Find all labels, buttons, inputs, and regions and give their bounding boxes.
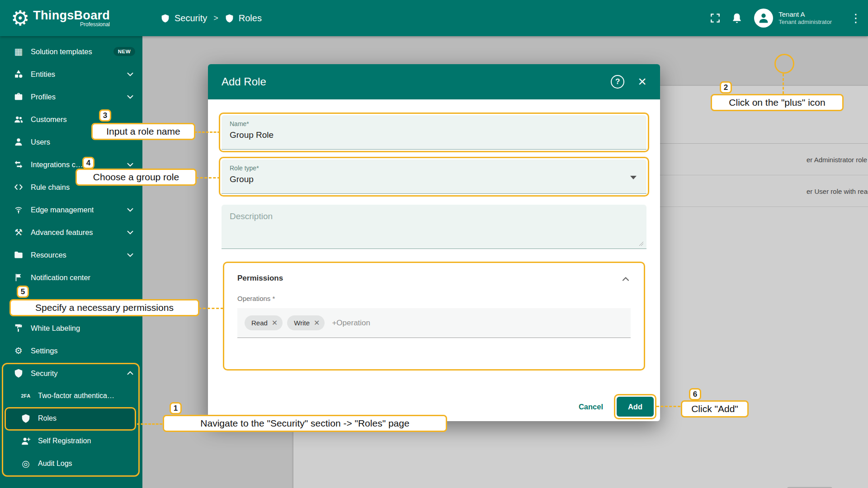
- user-name: Tenant A: [778, 10, 832, 19]
- new-badge: NEW: [113, 47, 135, 56]
- breadcrumb-security[interactable]: Security: [160, 13, 207, 23]
- step-5-badge: 5: [17, 286, 29, 298]
- annotation-connector: [783, 74, 784, 94]
- role-type-label: Role type*: [230, 164, 638, 172]
- chevron-down-icon: [125, 250, 135, 260]
- sidebar-item-entities[interactable]: Entities: [0, 63, 142, 85]
- close-icon[interactable]: ×: [638, 76, 646, 88]
- code-brackets-icon: [14, 182, 24, 192]
- gear-icon: ⚙: [14, 346, 24, 356]
- sidebar-item-edge-management[interactable]: Edge management: [0, 198, 142, 221]
- sidebar-item-audit-logs[interactable]: ◎ Audit Logs: [0, 452, 142, 475]
- cancel-button[interactable]: Cancel: [579, 403, 603, 411]
- annotation-step-4: Choose a group role: [75, 169, 197, 186]
- logo-gear-icon: ⚙: [11, 8, 29, 28]
- operation-input-placeholder[interactable]: +Operation: [332, 319, 370, 328]
- add-button[interactable]: Add: [617, 397, 654, 417]
- description-placeholder: Description: [230, 211, 638, 221]
- person-add-icon: [21, 436, 31, 446]
- shield-icon: [160, 14, 170, 23]
- wifi-icon: [14, 205, 24, 215]
- operation-chip: Read ✕: [245, 315, 283, 330]
- category-icon: [14, 69, 24, 79]
- sidebar-item-white-labeling[interactable]: White Labeling: [0, 317, 142, 339]
- brand-subtitle: Professional: [80, 21, 110, 28]
- shield-icon: [21, 413, 31, 423]
- 2fa-icon: 2FA: [21, 391, 31, 401]
- annotation-step-5: Specify a necessary permissions: [9, 299, 199, 316]
- name-label: Name*: [230, 120, 638, 127]
- annotation-connector: [656, 406, 680, 407]
- resize-handle-icon[interactable]: [638, 241, 644, 246]
- description-field[interactable]: Description: [222, 205, 646, 249]
- people-icon: [14, 114, 24, 124]
- fullscreen-icon: [709, 12, 721, 24]
- step-4-badge: 4: [82, 157, 94, 169]
- name-field[interactable]: Name* Group Role: [222, 115, 646, 150]
- folder-icon: [14, 250, 24, 260]
- remove-chip-icon[interactable]: ✕: [314, 319, 320, 327]
- sidebar-item-self-registration[interactable]: Self Registration: [0, 430, 142, 452]
- notifications-button[interactable]: [726, 7, 748, 29]
- name-value: Group Role: [230, 130, 638, 140]
- app-header: ⚙ ThingsBoard Professional Security > Ro…: [0, 0, 868, 36]
- user-avatar[interactable]: [754, 9, 773, 28]
- bell-icon: [731, 12, 743, 24]
- sidebar-item-profiles[interactable]: Profiles: [0, 85, 142, 108]
- sidebar-item-roles[interactable]: Roles: [4, 407, 136, 430]
- chevron-up-icon: [125, 368, 135, 378]
- paint-icon: [14, 323, 24, 333]
- role-type-value: Group: [230, 174, 638, 184]
- chevron-down-icon: [125, 205, 135, 215]
- chevron-down-icon: [125, 92, 135, 102]
- sidebar: ▦ Solution templates NEW Entities Profil…: [0, 36, 142, 488]
- briefcase-icon: [14, 92, 24, 102]
- shield-icon: [14, 368, 24, 378]
- annotation-step-6: Click "Add": [681, 400, 749, 418]
- remove-chip-icon[interactable]: ✕: [272, 319, 278, 327]
- dialog-title: Add Role: [222, 75, 266, 88]
- user-info: Tenant A Tenant administrator: [778, 10, 832, 26]
- sidebar-item-settings[interactable]: ⚙ Settings: [0, 339, 142, 362]
- collapse-chevron-up-icon[interactable]: [620, 274, 631, 285]
- annotation-connector: [196, 177, 220, 178]
- permissions-section: Permissions Operations * Read ✕ Write ✕ …: [223, 262, 645, 371]
- chevron-down-icon: [125, 160, 135, 169]
- breadcrumb-roles[interactable]: Roles: [225, 13, 262, 23]
- kebab-menu-icon[interactable]: ⋮: [850, 12, 862, 24]
- swap-arrows-icon: [14, 160, 24, 169]
- person-icon: [757, 12, 770, 24]
- chevron-down-icon: [125, 69, 135, 79]
- sidebar-item-solution-templates[interactable]: ▦ Solution templates NEW: [0, 40, 142, 63]
- add-role-dialog: Add Role ? × Name* Group Role Role type*…: [208, 64, 660, 421]
- track-changes-icon: ◎: [21, 459, 31, 469]
- tools-icon: ⚒: [14, 227, 24, 237]
- operation-chip: Write ✕: [287, 315, 325, 330]
- sidebar-item-resources[interactable]: Resources: [0, 244, 142, 266]
- role-type-select[interactable]: Role type* Group: [222, 160, 646, 194]
- sidebar-item-two-factor-authentication[interactable]: 2FA Two-factor authentication: [0, 385, 142, 407]
- step-1-badge: 1: [170, 402, 182, 414]
- dialog-header: Add Role ? ×: [208, 64, 660, 99]
- operations-label: Operations *: [237, 295, 631, 302]
- help-icon[interactable]: ?: [611, 75, 624, 89]
- breadcrumb-separator: >: [213, 14, 218, 23]
- step-6-badge: 6: [689, 388, 701, 400]
- step-3-badge: 3: [99, 109, 111, 122]
- user-role: Tenant administrator: [778, 19, 832, 26]
- fullscreen-button[interactable]: [704, 7, 726, 29]
- breadcrumb: Security > Roles: [160, 13, 262, 23]
- step-2-badge: 2: [720, 81, 732, 94]
- shield-icon: [225, 14, 234, 23]
- flag-icon: [14, 272, 24, 282]
- sidebar-item-security[interactable]: Security: [0, 362, 142, 385]
- thingsboard-logo[interactable]: ⚙ ThingsBoard Professional: [0, 8, 142, 28]
- annotation-step-1: Navigate to the "Security" section -> "R…: [163, 415, 447, 432]
- thingsboard-app: ⚙ ThingsBoard Professional Security > Ro…: [0, 0, 868, 488]
- person-icon: [14, 137, 24, 147]
- annotation-step-3: Input a role name: [91, 123, 195, 140]
- sidebar-item-advanced-features[interactable]: ⚒ Advanced features: [0, 221, 142, 244]
- dropdown-arrow-icon: [630, 176, 637, 179]
- operations-chip-input[interactable]: Read ✕ Write ✕ +Operation: [237, 308, 631, 338]
- chevron-down-icon: [125, 227, 135, 237]
